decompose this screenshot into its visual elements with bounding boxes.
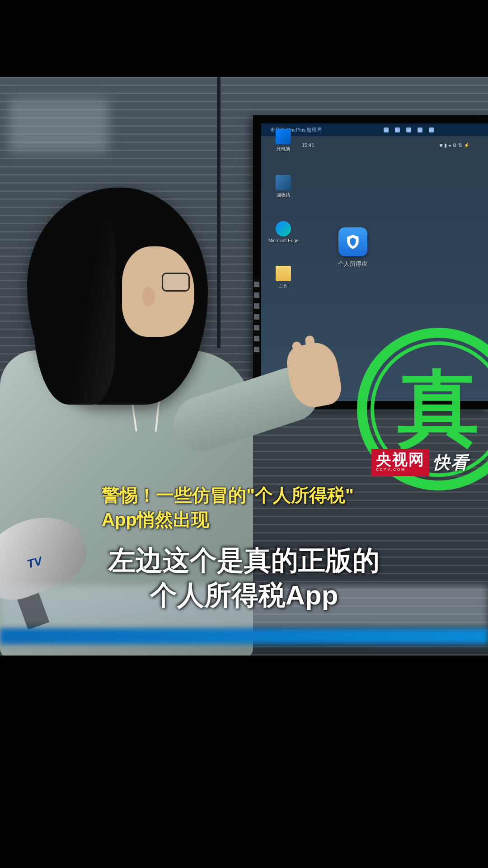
tax-app-label: 个人所得税	[338, 260, 367, 268]
headline-line1: 警惕！一些仿冒的"个人所得税"	[102, 483, 354, 507]
desktop-icon-label: Microsoft Edge	[268, 238, 299, 243]
channel-logo-sub: CCTV.COM	[376, 468, 425, 472]
bin-icon	[276, 175, 291, 190]
channel-logo-side: 快看	[433, 451, 469, 474]
desktop-icon-pc: 此电脑	[268, 129, 299, 152]
tax-app-icon	[338, 227, 367, 256]
topbar-icon	[406, 127, 411, 132]
subtitle-line2: 个人所得税App	[0, 578, 488, 613]
desktop-icon-edge: Microsoft Edge	[268, 221, 299, 243]
topbar-icon	[384, 127, 389, 132]
tax-app-icon-block: 个人所得税	[338, 227, 367, 268]
desktop-icon-label: 回收站	[277, 192, 290, 198]
watermark-blur	[9, 99, 108, 153]
desktop-icon-folder: 工作	[268, 266, 299, 289]
topbar-icon	[395, 127, 400, 132]
folder-icon	[276, 266, 291, 281]
desktop-icons: 此电脑 回收站 Microsoft Edge 工作	[268, 129, 299, 289]
monitor-time: 15:41	[302, 142, 314, 151]
channel-logo-red: 央视网 CCTV.COM	[371, 449, 429, 476]
subtitle-caption: 左边这个是真的正版的 个人所得税App	[0, 543, 488, 613]
glasses-icon	[162, 273, 190, 292]
video-frame: 市场监 OnePlus 监理局 15:41 ■ ▮ ◂ ⚙ ⇅ ⚡ 此电脑 回收…	[0, 77, 488, 656]
channel-logo: 央视网 CCTV.COM 快看	[371, 449, 469, 476]
stamp-character: 真	[398, 354, 479, 464]
channel-logo-main: 央视网	[376, 452, 425, 467]
topbar-icon	[429, 127, 434, 132]
desktop-icon-bin: 回收站	[268, 175, 299, 198]
desktop-icon-label: 此电脑	[277, 146, 290, 152]
headline-caption: 警惕！一些仿冒的"个人所得税" App悄然出现	[102, 483, 354, 532]
pc-icon	[276, 129, 291, 144]
desktop-icon-label: 工作	[279, 283, 288, 289]
headline-line2: App悄然出现	[102, 507, 354, 532]
person-ear	[142, 287, 155, 306]
subtitle-line1: 左边这个是真的正版的	[0, 543, 488, 578]
edge-icon	[276, 221, 291, 236]
monitor-status-icons: ■ ▮ ◂ ⚙ ⇅ ⚡	[440, 142, 470, 151]
monitor-statusbar: 15:41 ■ ▮ ◂ ⚙ ⇅ ⚡	[302, 142, 488, 151]
topbar-icon	[418, 127, 422, 132]
shield-icon	[344, 233, 361, 250]
